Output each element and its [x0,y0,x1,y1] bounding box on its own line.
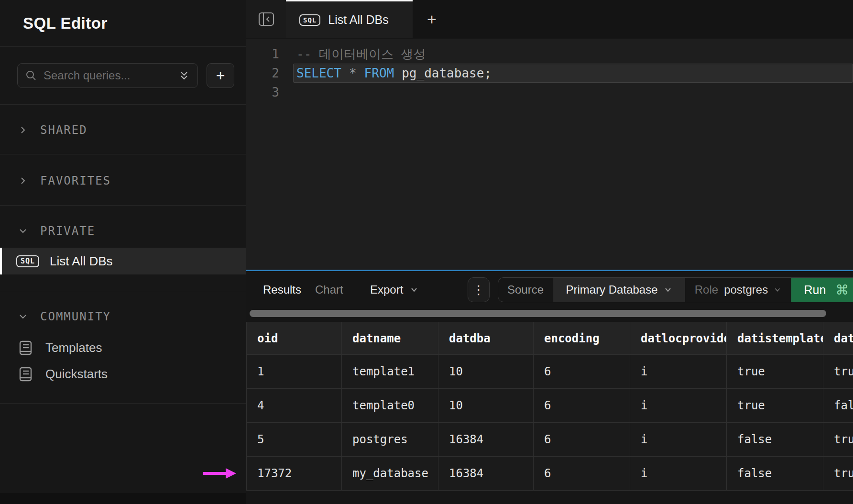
table-header-cell[interactable]: datlocprovider [630,322,727,355]
table-header-cell[interactable]: datallowconn [823,322,853,355]
journal-icon [19,340,32,355]
table-cell[interactable]: 6 [534,423,630,457]
tab-chart[interactable]: Chart [315,277,343,302]
table-header-cell[interactable]: encoding [534,322,630,355]
section-label: PRIVATE [40,224,95,238]
tab-results[interactable]: Results [263,277,301,302]
collapse-sidebar-button[interactable] [246,0,286,38]
search-input[interactable]: Search queries... [17,63,198,88]
source-label: Source [507,283,544,296]
section-label: COMMUNITY [40,310,111,323]
table-cell[interactable]: 10 [438,355,534,389]
table-cell[interactable]: template1 [342,355,438,389]
table-header-cell[interactable]: datistemplate [727,322,823,355]
divider [0,205,246,206]
chevron-down-icon [18,226,28,236]
divider [0,403,246,404]
new-tab-button[interactable]: + [420,9,443,30]
table-cell[interactable]: 6 [534,389,630,423]
divider [0,104,246,105]
table-cell[interactable]: 16384 [438,423,534,457]
sidebar-footer-strip [0,493,246,504]
section-label: FAVORITES [40,174,111,187]
sidebar-section-shared[interactable]: SHARED [0,118,246,142]
run-label: Run [804,283,826,297]
sql-editor[interactable]: 1 -- 데이터베이스 생성 2 SELECT * FROM pg_databa… [246,39,853,270]
sidebar-item-list-all-dbs[interactable]: SQL List All DBs [0,248,246,274]
tab-label: List All DBs [328,13,388,27]
tab-bar: SQL List All DBs + [246,0,853,38]
sidebar-section-private[interactable]: PRIVATE [0,219,246,243]
community-item-label: Templates [45,340,102,355]
table-header-cell[interactable]: datname [342,322,438,355]
role-select[interactable]: Role postgres [685,278,791,302]
tab-list-all-dbs[interactable]: SQL List All DBs [286,0,413,38]
chevron-right-icon [18,176,28,186]
table-cell[interactable]: true [727,389,823,423]
sql-badge-icon: SQL [299,14,320,26]
section-label: SHARED [40,123,87,137]
source-button[interactable]: Source [498,278,553,302]
table-cell[interactable]: 17372 [247,457,342,491]
more-options-button[interactable]: ⋮ [468,277,490,302]
table-cell[interactable]: i [630,355,727,389]
panel-collapse-icon [258,11,275,27]
table-cell[interactable]: 10 [438,389,534,423]
main-panel: SQL List All DBs + 1 -- 데이터베이스 생성 2 SELE… [246,0,853,504]
chevrons-down-icon[interactable] [178,69,190,82]
table-cell[interactable]: 1 [247,355,342,389]
table-cell[interactable]: 4 [247,389,342,423]
table-cell[interactable]: 16384 [438,457,534,491]
divider [0,291,246,291]
arrow-head [226,468,236,479]
sql-keyword: FROM [364,66,394,80]
table-cell[interactable]: 5 [247,423,342,457]
panel-resize-handle[interactable] [246,270,853,271]
table-cell[interactable]: false [727,423,823,457]
run-button[interactable]: Run ⌘ [791,278,853,302]
table-cell[interactable]: true [823,355,853,389]
chevron-down-icon [664,285,672,294]
new-query-button[interactable]: + [207,63,234,88]
line-number: 1 [246,47,279,61]
search-icon [25,70,37,81]
code-line-1: 1 -- 데이터베이스 생성 [246,44,853,64]
database-select[interactable]: Primary Database [553,278,685,302]
sql-comment: -- 데이터베이스 생성 [296,46,426,63]
divider [0,46,246,47]
table-cell[interactable]: false [727,457,823,491]
table-cell[interactable]: false [823,389,853,423]
table-cell[interactable]: 6 [534,457,630,491]
table-cell[interactable]: template0 [342,389,438,423]
sql-keyword: SELECT [296,66,341,80]
role-label: Role [695,283,718,296]
export-menu-button[interactable]: Export [370,277,418,302]
table-cell[interactable]: i [630,423,727,457]
horizontal-scrollbar-thumb[interactable] [250,310,826,317]
table-cell[interactable]: true [823,423,853,457]
code-line-3: 3 [246,83,853,102]
results-table: oiddatnamedatdbaencodingdatlocproviderda… [246,322,853,491]
line-number: 3 [246,85,279,99]
arrow-shaft [203,472,228,475]
database-value: Primary Database [566,283,657,296]
sidebar-section-favorites[interactable]: FAVORITES [0,168,246,193]
table-cell[interactable]: i [630,457,727,491]
divider [0,154,246,154]
table-header-cell[interactable]: datdba [438,322,534,355]
sidebar-item-templates[interactable]: Templates [0,335,246,360]
sidebar-item-quickstarts[interactable]: Quickstarts [0,362,246,386]
table-cell[interactable]: true [823,457,853,491]
table-cell[interactable]: postgres [342,423,438,457]
command-key-icon: ⌘ [835,282,849,298]
table-cell[interactable]: i [630,389,727,423]
table-cell[interactable]: my_database [342,457,438,491]
search-placeholder: Search queries... [44,69,172,82]
sidebar-section-community[interactable]: COMMUNITY [0,304,246,329]
journal-icon [19,367,32,382]
table-header-cell[interactable]: oid [247,322,342,355]
chevron-down-icon [18,312,28,321]
export-label: Export [370,283,403,296]
table-cell[interactable]: 6 [534,355,630,389]
table-cell[interactable]: true [727,355,823,389]
